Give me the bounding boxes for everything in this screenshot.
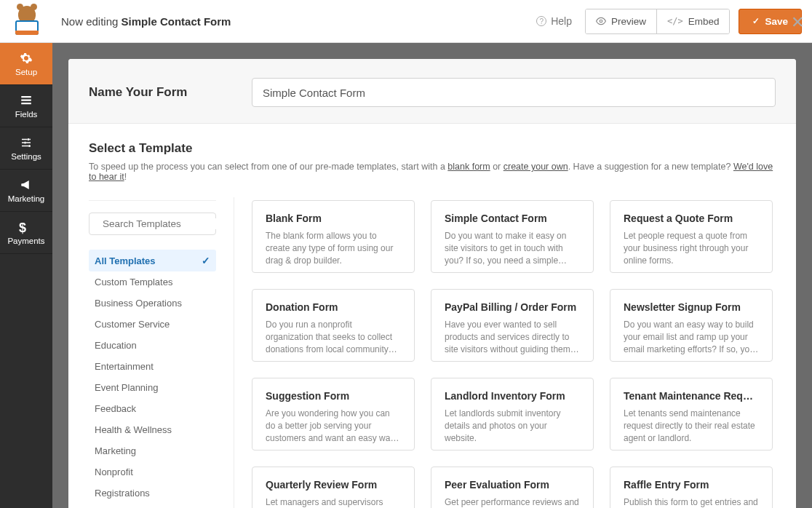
template-title: Blank Form: [266, 213, 401, 224]
sidebar-label-settings: Settings: [11, 152, 41, 161]
template-desc: Do you run a nonprofit organization that…: [266, 319, 401, 355]
template-card[interactable]: Newsletter Signup Form Do you want an ea…: [610, 289, 773, 362]
template-title: Suggestion Form: [266, 390, 401, 402]
check-icon: ✓: [752, 16, 760, 26]
template-card[interactable]: PayPal Billing / Order Form Have you eve…: [431, 289, 594, 362]
category-health-wellness[interactable]: Health & Wellness: [89, 419, 216, 440]
template-desc: Have you ever wanted to sell products an…: [445, 319, 580, 355]
select-template-heading: Select a Template: [89, 141, 776, 156]
preview-button[interactable]: Preview: [586, 9, 656, 33]
template-desc: Let tenants send maintenance request dir…: [624, 408, 759, 444]
category-all-templates[interactable]: All Templates ✓: [89, 250, 216, 271]
list-icon: [19, 94, 33, 107]
template-desc: Get peer performance reviews and: [445, 496, 580, 508]
template-card[interactable]: Simple Contact Form Do you want to make …: [431, 200, 594, 273]
preview-label: Preview: [611, 16, 646, 27]
svg-rect-1: [21, 96, 31, 98]
help-link[interactable]: ? Help: [536, 15, 572, 27]
template-card[interactable]: Peer Evaluation Form Get peer performanc…: [431, 467, 594, 508]
category-nonprofit[interactable]: Nonprofit: [89, 461, 216, 483]
sliders-icon: [19, 136, 33, 149]
setup-panel: Name Your Form Select a Template To spee…: [68, 59, 796, 508]
embed-button[interactable]: </> Embed: [656, 9, 729, 33]
create-your-own-link[interactable]: create your own: [503, 162, 568, 172]
category-education[interactable]: Education: [89, 335, 216, 356]
template-desc: Do you want to make it easy on site visi…: [445, 230, 580, 266]
embed-label: Embed: [688, 16, 720, 27]
template-desc: Let landlords submit inventory details a…: [445, 408, 580, 444]
sidebar-item-payments[interactable]: $ Payments: [0, 212, 52, 254]
left-sidebar: Setup Fields Settings Marketing $ Paymen…: [0, 43, 52, 508]
now-editing-prefix: Now editing: [61, 15, 122, 28]
stage: Name Your Form Select a Template To spee…: [52, 43, 812, 508]
search-templates-wrap[interactable]: [89, 213, 216, 235]
template-grid: Blank Form The blank form allows you to …: [252, 197, 776, 508]
eye-icon: [596, 16, 606, 26]
bullhorn-icon: [19, 178, 33, 191]
name-row: Name Your Form: [68, 59, 796, 124]
sidebar-label-fields: Fields: [15, 110, 38, 119]
template-title: Quarterly Review Form: [266, 479, 401, 491]
category-business-operations[interactable]: Business Operations: [89, 293, 216, 314]
template-desc: The blank form allows you to create any …: [266, 230, 401, 266]
category-marketing[interactable]: Marketing: [89, 440, 216, 461]
category-entertainment[interactable]: Entertainment: [89, 356, 216, 377]
sidebar-item-setup[interactable]: Setup: [0, 43, 52, 85]
form-name-input[interactable]: [252, 78, 776, 107]
now-editing-label: Now editing Simple Contact Form: [61, 15, 231, 28]
panel-body: Select a Template To speed up the proces…: [68, 124, 796, 508]
template-card[interactable]: Raffle Entry Form Publish this form to g…: [610, 467, 773, 508]
sidebar-item-fields[interactable]: Fields: [0, 85, 52, 127]
sidebar-label-payments: Payments: [7, 237, 44, 245]
search-templates-input[interactable]: [103, 218, 226, 229]
close-button[interactable]: ✕: [783, 13, 812, 32]
template-title: Donation Form: [266, 301, 401, 313]
template-helper-text: To speed up the process you can select f…: [89, 162, 776, 182]
template-title: Simple Contact Form: [445, 213, 580, 224]
topbar: Now editing Simple Contact Form ? Help P…: [0, 0, 812, 43]
svg-rect-2: [21, 99, 31, 100]
template-area: All Templates ✓ Custom Templates Busines…: [89, 197, 776, 508]
category-list: All Templates ✓ Custom Templates Busines…: [89, 250, 216, 508]
category-customer-service[interactable]: Customer Service: [89, 314, 216, 335]
gear-icon: [19, 52, 33, 65]
embed-icon: </>: [667, 16, 683, 26]
template-card[interactable]: Landlord Inventory Form Let landlords su…: [431, 378, 594, 451]
check-icon: ✓: [202, 255, 210, 266]
category-registrations[interactable]: Registrations: [89, 483, 216, 504]
category-feedback[interactable]: Feedback: [89, 398, 216, 419]
template-desc: Let people request a quote from your bus…: [624, 230, 759, 266]
template-title: Tenant Maintenance Request Form: [624, 390, 759, 402]
category-custom-templates[interactable]: Custom Templates: [89, 271, 216, 293]
category-event-planning[interactable]: Event Planning: [89, 377, 216, 398]
form-title: Simple Contact Form: [122, 15, 231, 28]
template-title: Request a Quote Form: [624, 213, 759, 224]
help-label: Help: [551, 15, 572, 27]
template-card[interactable]: Tenant Maintenance Request Form Let tena…: [610, 378, 773, 451]
blank-form-link[interactable]: blank form: [447, 162, 490, 172]
sidebar-item-settings[interactable]: Settings: [0, 127, 52, 170]
template-title: PayPal Billing / Order Form: [445, 301, 580, 313]
template-desc: Publish this form to get entries and: [624, 496, 759, 508]
sidebar-label-setup: Setup: [15, 68, 37, 76]
template-desc: Do you want an easy way to build your em…: [624, 319, 759, 355]
name-your-form-label: Name Your Form: [89, 85, 234, 100]
template-title: Raffle Entry Form: [624, 479, 759, 491]
template-title: Newsletter Signup Form: [624, 301, 759, 313]
sidebar-item-marketing[interactable]: Marketing: [0, 170, 52, 212]
template-card[interactable]: Quarterly Review Form Let managers and s…: [252, 467, 415, 508]
svg-rect-3: [21, 103, 31, 104]
template-card[interactable]: Blank Form The blank form allows you to …: [252, 200, 415, 273]
template-desc: Let managers and supervisors submit: [266, 496, 401, 508]
template-sidebar: All Templates ✓ Custom Templates Busines…: [89, 197, 234, 508]
svg-point-6: [28, 145, 31, 147]
app-logo: [10, 4, 44, 38]
template-title: Landlord Inventory Form: [445, 390, 580, 402]
template-card[interactable]: Request a Quote Form Let people request …: [610, 200, 773, 273]
template-card[interactable]: Donation Form Do you run a nonprofit org…: [252, 289, 415, 362]
category-uncategorized[interactable]: Uncategorized: [89, 504, 216, 508]
template-desc: Are you wondering how you can do a bette…: [266, 408, 401, 444]
sidebar-label-marketing: Marketing: [8, 194, 45, 203]
template-card[interactable]: Suggestion Form Are you wondering how yo…: [252, 378, 415, 451]
svg-point-0: [600, 20, 602, 23]
